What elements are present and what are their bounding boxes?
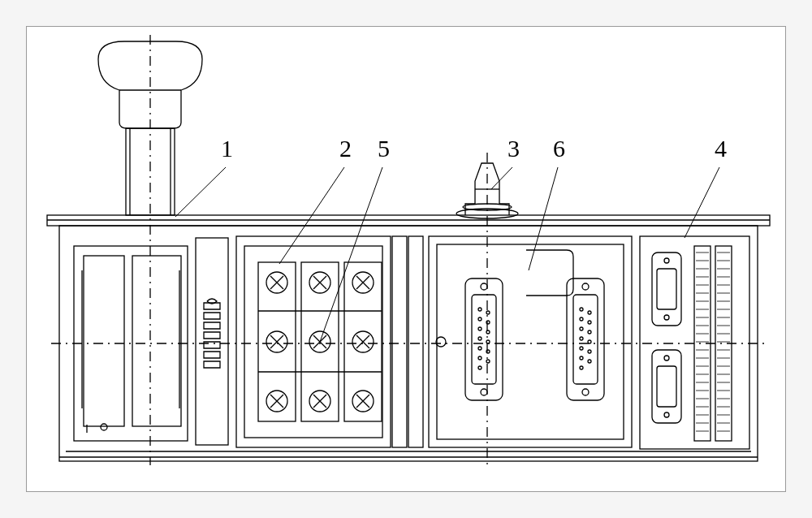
svg-rect-78 <box>657 269 676 309</box>
svg-point-51 <box>478 347 482 350</box>
svg-point-77 <box>664 315 669 320</box>
svg-point-43 <box>478 308 482 311</box>
leader-6 <box>529 167 558 270</box>
svg-point-71 <box>588 360 591 363</box>
svg-point-47 <box>478 327 482 330</box>
svg-point-60 <box>580 308 583 311</box>
svg-point-76 <box>664 258 669 263</box>
svg-rect-57 <box>573 295 598 384</box>
callout-label-6: 6 <box>553 135 565 162</box>
svg-rect-15 <box>132 256 181 426</box>
svg-point-64 <box>580 327 583 330</box>
svg-point-81 <box>664 412 669 417</box>
technical-drawing-svg <box>27 27 787 493</box>
leader-1 <box>175 167 226 217</box>
svg-point-44 <box>486 311 490 314</box>
callout-label-1: 1 <box>221 135 233 162</box>
svg-point-65 <box>588 330 591 334</box>
svg-point-73 <box>436 337 446 347</box>
svg-point-68 <box>580 347 583 350</box>
callout-label-5: 5 <box>378 135 390 162</box>
svg-rect-56 <box>567 278 604 400</box>
svg-point-53 <box>478 356 482 360</box>
svg-rect-21 <box>236 236 391 447</box>
callout-label-4: 4 <box>715 135 727 162</box>
svg-point-61 <box>588 311 591 314</box>
svg-point-72 <box>580 366 583 369</box>
svg-rect-13 <box>74 246 188 441</box>
svg-rect-40 <box>472 295 496 384</box>
svg-point-41 <box>481 283 487 290</box>
svg-point-54 <box>486 360 490 363</box>
svg-point-46 <box>486 321 490 324</box>
leader-5 <box>320 167 382 342</box>
left-module <box>74 246 188 441</box>
spacer-1 <box>392 236 407 447</box>
svg-rect-82 <box>657 366 676 407</box>
svg-point-55 <box>478 366 482 369</box>
gear-guide <box>196 238 228 445</box>
svg-point-66 <box>580 337 583 340</box>
svg-point-52 <box>486 350 490 353</box>
svg-point-59 <box>582 389 589 395</box>
svg-point-58 <box>582 283 589 290</box>
leader-3 <box>491 167 512 189</box>
svg-point-70 <box>580 356 583 360</box>
svg-point-42 <box>481 389 487 395</box>
dsub-module <box>429 236 632 447</box>
svg-point-62 <box>580 317 583 321</box>
leader-4 <box>685 167 719 238</box>
svg-point-69 <box>588 350 591 353</box>
svg-rect-14 <box>84 256 124 426</box>
spacer-2 <box>408 236 423 447</box>
svg-point-80 <box>664 356 669 360</box>
svg-point-45 <box>478 317 482 321</box>
svg-point-67 <box>588 340 591 343</box>
svg-point-10 <box>463 204 512 210</box>
svg-point-63 <box>588 321 591 324</box>
svg-rect-39 <box>465 278 503 400</box>
callout-label-3: 3 <box>508 135 520 162</box>
svg-point-50 <box>486 340 490 343</box>
output-board <box>640 236 749 449</box>
svg-rect-37 <box>429 236 632 447</box>
diagram-container: 1 2 5 3 6 4 <box>26 26 786 492</box>
cam-switch-block <box>236 236 391 447</box>
svg-point-17 <box>101 424 107 430</box>
callout-label-2: 2 <box>339 135 352 162</box>
svg-point-48 <box>486 330 490 334</box>
svg-point-49 <box>478 337 482 340</box>
